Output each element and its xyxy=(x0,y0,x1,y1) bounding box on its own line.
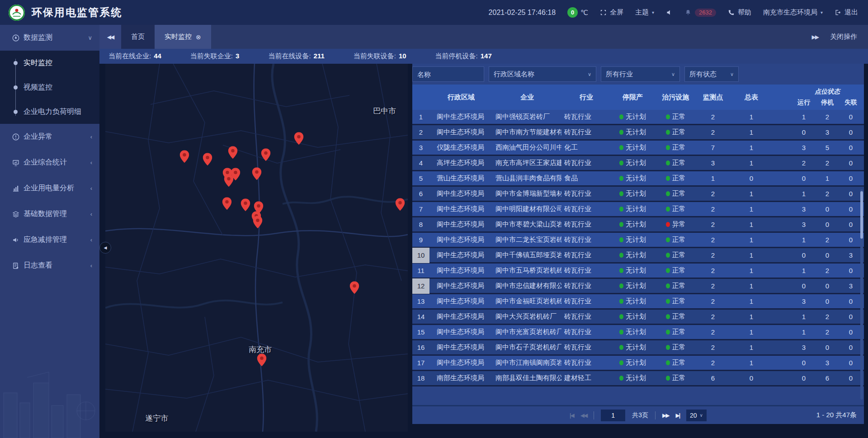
cell-limit: 无计划 xyxy=(611,159,654,167)
table-row[interactable]: 12阆中生态环境局阆中市忠信建材有限公砖瓦行业无计划正常21003 xyxy=(412,279,864,294)
status-dot-icon xyxy=(666,207,670,212)
tabs-scroll-right-button[interactable]: ▶▶ xyxy=(812,34,818,40)
cell-facility: 正常 xyxy=(654,374,697,382)
cell-run: 3 xyxy=(792,297,816,305)
industry-select[interactable]: 所有行业 ∨ xyxy=(601,66,680,82)
theme-dropdown[interactable]: 主题 ▾ xyxy=(635,8,654,17)
cell-facility: 正常 xyxy=(654,266,697,275)
page-number-input[interactable] xyxy=(601,410,625,421)
map-pin[interactable] xyxy=(228,146,238,159)
map-pin[interactable] xyxy=(222,197,231,210)
stat-当前失联企业: 当前失联企业:3 xyxy=(190,52,240,61)
sidebar-item-7[interactable]: 日志查看‹ xyxy=(0,253,99,278)
region-select[interactable]: 行政区域名称 ∨ xyxy=(489,66,596,82)
table-row[interactable]: 17阆中生态环境局阆中市江南镇阆南页岩砖瓦行业无计划正常21030 xyxy=(412,356,864,371)
pagination-bar: |◀ ◀◀ 共3页 ▶▶ ▶| 20 ∨ 1 - 20 共47条 xyxy=(412,405,864,424)
map-pin[interactable] xyxy=(261,149,270,161)
map-collapse-button[interactable]: ◀ xyxy=(99,242,111,254)
sidebar-item-6[interactable]: 应急减排管理‹ xyxy=(0,227,99,253)
prev-page-button[interactable]: ◀◀ xyxy=(580,412,587,419)
first-page-button[interactable]: |◀ xyxy=(570,412,574,419)
cell-facility: 正常 xyxy=(654,297,697,306)
logout-button[interactable]: 退出 xyxy=(835,8,858,17)
map-pin[interactable] xyxy=(203,153,212,165)
cell-company: 阆中市光富页岩机砖厂 xyxy=(493,328,561,336)
table-scrollbar-thumb[interactable] xyxy=(860,191,863,239)
col-points: 监测点 xyxy=(697,93,729,102)
table-row[interactable]: 13阆中生态环境局阆中市金福旺页岩机砖砖瓦行业无计划正常21300 xyxy=(412,294,864,310)
status-select-value: 所有状态 xyxy=(689,70,717,79)
table-row[interactable]: 16阆中生态环境局阆中市石子页岩机砖厂砖瓦行业无计划正常21300 xyxy=(412,340,864,356)
cell-stop: 2 xyxy=(816,113,839,121)
sidebar-item-5[interactable]: 基础数据管理‹ xyxy=(0,201,99,227)
user-dropdown[interactable]: 南充市生态环境局 ▾ xyxy=(763,8,823,17)
board-icon xyxy=(12,159,20,167)
map-pin[interactable] xyxy=(253,216,262,228)
stat-label: 当前失联设备: xyxy=(354,52,396,61)
tab-close-icon[interactable]: ⊗ xyxy=(196,34,201,40)
cell-region: 阆中生态环境局 xyxy=(429,297,493,306)
table-row[interactable]: 4高坪生态环境局南充市高坪区王家店建砖瓦行业无计划正常31220 xyxy=(412,156,864,171)
sidebar-item-实时监控[interactable]: 实时监控 xyxy=(0,51,99,75)
cell-stop: 6 xyxy=(816,374,839,382)
status-dot-icon xyxy=(666,114,670,119)
table-row[interactable]: 15阆中生态环境局阆中市光富页岩机砖厂砖瓦行业无计划正常21120 xyxy=(412,325,864,340)
facility-text: 正常 xyxy=(672,297,686,306)
row-number: 9 xyxy=(412,236,429,244)
map-pin[interactable] xyxy=(395,198,405,211)
table-row[interactable]: 9阆中生态环境局阆中市二龙长宝页岩砖砖瓦行业无计划正常21120 xyxy=(412,233,864,248)
col-point-status-group: 点位状态 运行 停机 失联 xyxy=(792,85,863,110)
next-page-button[interactable]: ▶▶ xyxy=(662,412,669,419)
help-button[interactable]: 帮助 xyxy=(728,8,751,17)
sidebar-item-3[interactable]: 企业综合统计‹ xyxy=(0,150,99,175)
table-row[interactable]: 6阆中生态环境局阆中市金博瑞新型墙材砖瓦行业无计划正常21120 xyxy=(412,187,864,202)
map-pin[interactable] xyxy=(241,198,250,211)
last-page-button[interactable]: ▶| xyxy=(675,412,679,419)
stat-value: 10 xyxy=(399,52,406,61)
table-row[interactable]: 3仪陇生态环境局西南油气田分公司川中化工无计划正常71350 xyxy=(412,141,864,156)
name-search-input[interactable] xyxy=(412,66,484,82)
sidebar-item-企业电力负荷明细[interactable]: 企业电力负荷明细 xyxy=(0,99,99,124)
map-pin[interactable] xyxy=(179,150,189,163)
sidebar-item-4[interactable]: 企业用电量分析‹ xyxy=(0,175,99,201)
cell-region: 阆中生态环境局 xyxy=(429,343,493,352)
map-pin[interactable] xyxy=(294,132,304,145)
limit-text: 无计划 xyxy=(626,297,646,306)
sound-mute-button[interactable] xyxy=(666,9,673,16)
tab-实时监控[interactable]: 实时监控⊗ xyxy=(155,25,211,49)
map-panel[interactable]: 巴中市南充市遂宁市 ◀ xyxy=(105,64,408,432)
map-pin[interactable] xyxy=(252,167,262,180)
table-row[interactable]: 8阆中生态环境局阆中市枣碧大梁山页岩砖瓦行业无计划异常21300 xyxy=(412,217,864,233)
sidebar-item-视频监控[interactable]: 视频监控 xyxy=(0,75,99,99)
cell-run: 0 xyxy=(792,374,816,382)
map-pin[interactable] xyxy=(350,281,359,294)
cell-stop: 0 xyxy=(816,205,839,213)
status-select[interactable]: 所有状态 ∨ xyxy=(684,66,739,82)
cell-industry: 食品 xyxy=(561,174,611,183)
cell-lost: 0 xyxy=(839,344,863,351)
table-row[interactable]: 14阆中生态环境局阆中大兴页岩机砖厂砖瓦行业无计划正常21120 xyxy=(412,310,864,325)
table-row[interactable]: 18南部生态环境局南部县双佳土陶有限公建材轻工无计划正常60060 xyxy=(412,371,864,386)
table-row[interactable]: 7阆中生态环境局阆中明阳建材有限公司砖瓦行业无计划正常21300 xyxy=(412,202,864,217)
tab-首页[interactable]: 首页 xyxy=(121,25,155,49)
row-number: 1 xyxy=(412,113,429,121)
table-row[interactable]: 1阆中生态环境局阆中强锐页岩砖厂砖瓦行业无计划正常21120 xyxy=(412,110,864,125)
cell-meter: 1 xyxy=(729,251,774,259)
sidebar-item-1[interactable]: 数据监测∨ xyxy=(0,25,99,51)
sidebar-item-2[interactable]: 企业异常‹ xyxy=(0,124,99,150)
fullscreen-button[interactable]: 全屏 xyxy=(600,8,623,17)
status-dot-icon xyxy=(619,345,623,350)
close-operations-button[interactable]: 关闭操作 xyxy=(830,33,857,41)
tabs-scroll-left-button[interactable]: ◀◀ xyxy=(99,25,121,49)
map-pin[interactable] xyxy=(257,353,266,366)
cell-region: 阆中生态环境局 xyxy=(429,358,493,367)
cell-company: 阆中强锐页岩砖厂 xyxy=(493,113,561,121)
table-row[interactable]: 5营山生态环境局营山县润丰肉食品有限食品无计划正常10010 xyxy=(412,171,864,187)
table-row[interactable]: 11阆中生态环境局阆中市五马桥页岩机砖砖瓦行业无计划正常21120 xyxy=(412,264,864,279)
cell-company: 南部县双佳土陶有限公 xyxy=(493,374,561,382)
page-size-select[interactable]: 20 ∨ xyxy=(686,410,707,421)
notifications-button[interactable]: 2632 xyxy=(684,9,716,17)
table-row[interactable]: 10阆中生态环境局阆中千佛镇五郎垭页岩砖瓦行业无计划正常21003 xyxy=(412,248,864,264)
table-row[interactable]: 2阆中生态环境局阆中市南方节能建材有砖瓦行业无计划正常21030 xyxy=(412,125,864,141)
map-pin[interactable] xyxy=(224,174,233,187)
